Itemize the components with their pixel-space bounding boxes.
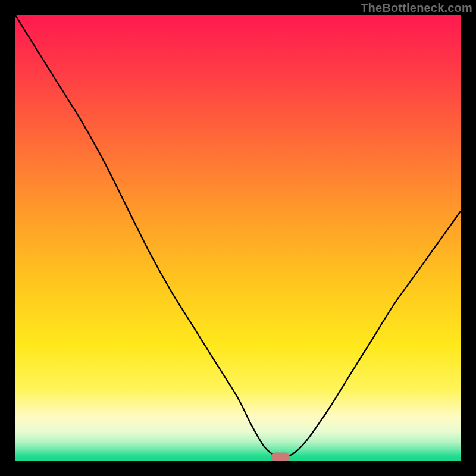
watermark-label: TheBottleneck.com: [361, 1, 472, 15]
optimal-point-marker: [271, 453, 290, 461]
chart-frame: TheBottleneck.com: [0, 0, 476, 476]
plot-area: [15, 15, 461, 461]
bottleneck-curve: [15, 15, 461, 461]
